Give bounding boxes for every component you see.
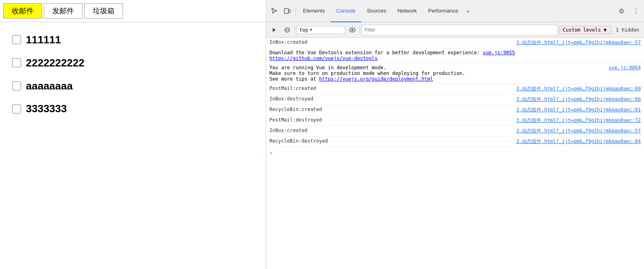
context-arrow-icon: ▼ bbox=[310, 28, 312, 32]
mail-list: 1111112222222222aaaaaaaa3333333 bbox=[0, 22, 266, 130]
log-source-link[interactable]: 3.动态组件.html?_ijt=pmk…f9g1hijmkmao0aec:57 bbox=[516, 39, 641, 46]
log-row: RecycleBin:created3.动态组件.html?_ijt=pmk…f… bbox=[266, 105, 644, 115]
tab-performance[interactable]: Performance bbox=[422, 0, 464, 22]
mail-checkbox[interactable] bbox=[12, 35, 21, 44]
log-message: Download the Vue Devtools extension for … bbox=[269, 50, 641, 61]
console-toolbar: top ▼ Custom levels ▼ 1 hidden bbox=[266, 22, 644, 38]
toolbar-separator-1 bbox=[294, 26, 295, 34]
outbox-button[interactable]: 发邮件 bbox=[44, 3, 83, 19]
log-message: RecycleBin:destroyed bbox=[269, 138, 513, 144]
mail-text: aaaaaaaa bbox=[26, 77, 73, 96]
devtools-panel: Elements Console Sources Network Perform… bbox=[266, 0, 644, 269]
inspect-element-icon[interactable] bbox=[268, 4, 281, 17]
log-source-link[interactable]: 3.动态组件.html?_ijt=pmk…f9g1hijmkmao0aec:81 bbox=[516, 107, 641, 113]
mail-checkbox[interactable] bbox=[12, 105, 21, 113]
log-multiline2-row: You are running Vue in development mode.… bbox=[266, 63, 644, 84]
tab-elements[interactable]: Elements bbox=[297, 0, 330, 22]
log-link-devtools[interactable]: https://github.com/vuejs/vue-devtools bbox=[269, 56, 377, 61]
hidden-count: 1 hidden bbox=[613, 27, 642, 33]
list-item: 3333333 bbox=[12, 99, 258, 118]
devtools-right-icons: ⚙ ⋮ bbox=[615, 4, 642, 17]
mail-checkbox[interactable] bbox=[12, 81, 21, 90]
tab-network[interactable]: Network bbox=[392, 0, 423, 22]
mail-text: 2222222222 bbox=[26, 53, 85, 73]
filter-input[interactable] bbox=[362, 25, 557, 35]
context-label: top bbox=[299, 27, 308, 33]
console-prompt[interactable]: › bbox=[266, 147, 644, 158]
inbox-button[interactable]: 收邮件 bbox=[3, 3, 42, 19]
devtools-tabs: Elements Console Sources Network Perform… bbox=[266, 0, 644, 22]
toolbar-separator-2 bbox=[360, 26, 360, 34]
log-row: InBox:destroyed3.动态组件.html?_ijt=pmk…f9g1… bbox=[266, 94, 644, 105]
log-link-vue[interactable]: vue.js:9055 bbox=[483, 50, 515, 56]
left-panel: 收邮件 发邮件 垃圾箱 1111112222222222aaaaaaaa3333… bbox=[0, 0, 266, 269]
clear-console-icon[interactable] bbox=[282, 24, 293, 36]
settings-icon[interactable]: ⚙ bbox=[615, 4, 628, 17]
tab-separator-1 bbox=[295, 6, 296, 16]
log-message: InBox:destroyed bbox=[269, 96, 513, 102]
list-item: 111111 bbox=[12, 30, 258, 49]
tab-sources[interactable]: Sources bbox=[361, 0, 392, 22]
custom-levels-button[interactable]: Custom levels ▼ bbox=[559, 26, 612, 34]
context-selector[interactable]: top ▼ bbox=[297, 26, 345, 34]
log-row: PostMail:destroyed3.动态组件.html?_ijt=pmk…f… bbox=[266, 115, 644, 126]
log-source-link[interactable]: 3.动态组件.html?_ijt=pmk…f9g1hijmkmao0aec:57 bbox=[516, 128, 641, 134]
svg-marker-2 bbox=[273, 28, 276, 32]
log-row: RecycleBin:destroyed3.动态组件.html?_ijt=pmk… bbox=[266, 137, 644, 147]
log-source-link[interactable]: 3.动态组件.html?_ijt=pmk…f9g1hijmkmao0aec:72 bbox=[516, 117, 641, 124]
mail-text: 111111 bbox=[26, 30, 61, 49]
mail-text: 3333333 bbox=[26, 99, 67, 118]
more-menu-icon[interactable]: ⋮ bbox=[629, 4, 642, 17]
svg-rect-0 bbox=[284, 9, 288, 13]
trash-button[interactable]: 垃圾箱 bbox=[84, 3, 123, 19]
log-message: PostMail:created bbox=[269, 85, 513, 91]
log-message: InBox:created bbox=[269, 39, 513, 45]
svg-rect-1 bbox=[289, 10, 290, 13]
log-row: PostMail:created3.动态组件.html?_ijt=pmk…f9g… bbox=[266, 84, 644, 94]
log-multiline-row: Download the Vue Devtools extension for … bbox=[266, 48, 644, 63]
mail-checkbox[interactable] bbox=[12, 58, 21, 67]
log-message: InBox:created bbox=[269, 128, 513, 133]
log-message: You are running Vue in development mode.… bbox=[269, 65, 606, 82]
log-message: PostMail:destroyed bbox=[269, 117, 513, 123]
tab-console[interactable]: Console bbox=[330, 0, 361, 22]
list-item: aaaaaaaa bbox=[12, 77, 258, 96]
log-source-link[interactable]: 3.动态组件.html?_ijt=pmk…f9g1hijmkmao0aec:84 bbox=[516, 138, 641, 145]
log-row: InBox:created3.动态组件.html?_ijt=pmk…f9g1hi… bbox=[266, 38, 644, 48]
log-source-link[interactable]: vue.js:9064 bbox=[609, 65, 641, 70]
console-log: InBox:created3.动态组件.html?_ijt=pmk…f9g1hi… bbox=[266, 38, 644, 269]
log-message: RecycleBin:created bbox=[269, 107, 513, 112]
log-source-link[interactable]: 3.动态组件.html?_ijt=pmk…f9g1hijmkmao0aec:69 bbox=[516, 85, 641, 92]
nav-bar: 收邮件 发邮件 垃圾箱 bbox=[0, 0, 266, 22]
more-tabs-button[interactable]: » bbox=[464, 8, 472, 14]
log-source-link[interactable]: 3.动态组件.html?_ijt=pmk…f9g1hijmkmao0aec:60 bbox=[516, 96, 641, 103]
run-icon[interactable] bbox=[269, 24, 280, 36]
device-toggle-icon[interactable] bbox=[281, 4, 294, 17]
log-row: InBox:created3.动态组件.html?_ijt=pmk…f9g1hi… bbox=[266, 126, 644, 137]
eye-icon[interactable] bbox=[347, 24, 358, 36]
list-item: 2222222222 bbox=[12, 53, 258, 73]
log-link-deployment[interactable]: https://vuejs.org/guide/deployment.html bbox=[319, 76, 433, 82]
svg-point-6 bbox=[352, 29, 354, 31]
